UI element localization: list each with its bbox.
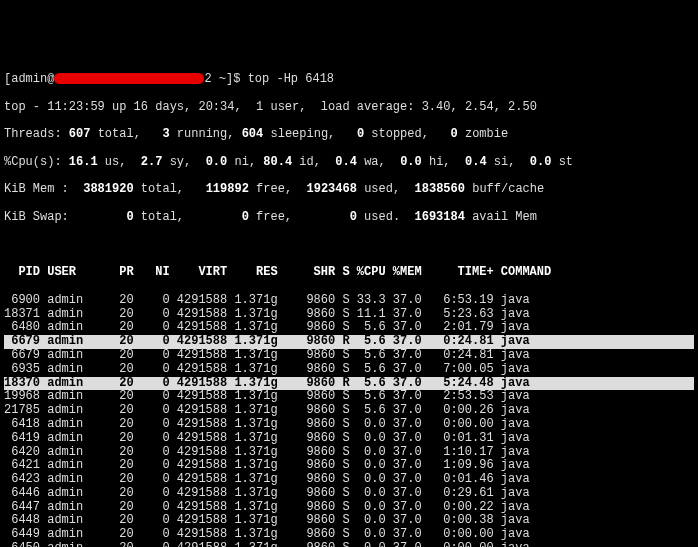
- cell-pr: 20: [90, 321, 133, 335]
- cell-pid: 6423: [4, 473, 40, 487]
- cell-cmd: java: [494, 473, 530, 487]
- process-row: 6900admin20042915881.371g9860S33.337.06:…: [4, 294, 694, 308]
- cell-pr: 20: [90, 487, 133, 501]
- cell-pid: 6446: [4, 487, 40, 501]
- cell-cmd: java: [494, 528, 530, 542]
- cell-s: R: [335, 335, 349, 349]
- cell-pid: 6447: [4, 501, 40, 515]
- cell-cmd: java: [494, 418, 530, 432]
- cell-pid: 6420: [4, 446, 40, 460]
- cell-virt: 4291588: [170, 349, 228, 363]
- cell-time: 0:00.00: [422, 418, 494, 432]
- cell-s: S: [335, 363, 349, 377]
- cell-cpu: 33.3: [350, 294, 386, 308]
- process-row: 6679admin20042915881.371g9860R5.637.00:2…: [4, 335, 694, 349]
- cell-shr: 9860: [278, 487, 336, 501]
- cell-mem: 37.0: [386, 363, 422, 377]
- cell-ni: 0: [134, 363, 170, 377]
- cell-res: 1.371g: [227, 501, 277, 515]
- cell-virt: 4291588: [170, 404, 228, 418]
- cell-ni: 0: [134, 487, 170, 501]
- cell-time: 0:01.46: [422, 473, 494, 487]
- cell-time: 2:01.79: [422, 321, 494, 335]
- cell-user: admin: [40, 514, 90, 528]
- cell-mem: 37.0: [386, 335, 422, 349]
- cell-virt: 4291588: [170, 390, 228, 404]
- cell-shr: 9860: [278, 418, 336, 432]
- cell-cmd: java: [494, 446, 530, 460]
- cell-user: admin: [40, 459, 90, 473]
- cell-mem: 37.0: [386, 349, 422, 363]
- cell-res: 1.371g: [227, 404, 277, 418]
- cell-cpu: 0.0: [350, 432, 386, 446]
- cell-shr: 9860: [278, 446, 336, 460]
- cell-cmd: java: [494, 390, 530, 404]
- cell-virt: 4291588: [170, 418, 228, 432]
- cell-ni: 0: [134, 446, 170, 460]
- cell-res: 1.371g: [227, 487, 277, 501]
- cell-ni: 0: [134, 308, 170, 322]
- cell-cmd: java: [494, 308, 530, 322]
- cell-shr: 9860: [278, 432, 336, 446]
- cell-s: S: [335, 418, 349, 432]
- cell-user: admin: [40, 446, 90, 460]
- cell-pid: 6448: [4, 514, 40, 528]
- cell-time: 1:09.96: [422, 459, 494, 473]
- cell-time: 1:10.17: [422, 446, 494, 460]
- cell-cpu: 5.6: [350, 390, 386, 404]
- cell-mem: 37.0: [386, 390, 422, 404]
- cell-time: 0:00.26: [422, 404, 494, 418]
- cell-ni: 0: [134, 321, 170, 335]
- cell-time: 0:00.00: [422, 542, 494, 547]
- cell-mem: 37.0: [386, 501, 422, 515]
- cell-virt: 4291588: [170, 528, 228, 542]
- cell-pid: 18371: [4, 308, 40, 322]
- process-row: 6449admin20042915881.371g9860S0.037.00:0…: [4, 528, 694, 542]
- cell-shr: 9860: [278, 363, 336, 377]
- cell-shr: 9860: [278, 377, 336, 391]
- cell-pr: 20: [90, 542, 133, 547]
- cell-ni: 0: [134, 349, 170, 363]
- cell-virt: 4291588: [170, 308, 228, 322]
- cell-cmd: java: [494, 335, 530, 349]
- cell-res: 1.371g: [227, 363, 277, 377]
- cell-ni: 0: [134, 514, 170, 528]
- cell-user: admin: [40, 294, 90, 308]
- cell-mem: 37.0: [386, 514, 422, 528]
- cell-ni: 0: [134, 542, 170, 547]
- cell-time: 7:00.05: [422, 363, 494, 377]
- cell-pid: 6900: [4, 294, 40, 308]
- cell-res: 1.371g: [227, 335, 277, 349]
- cell-virt: 4291588: [170, 446, 228, 460]
- cell-shr: 9860: [278, 514, 336, 528]
- cell-res: 1.371g: [227, 473, 277, 487]
- cell-shr: 9860: [278, 308, 336, 322]
- cell-shr: 9860: [278, 390, 336, 404]
- cell-cmd: java: [494, 404, 530, 418]
- cell-pid: 6449: [4, 528, 40, 542]
- cell-user: admin: [40, 349, 90, 363]
- cell-pr: 20: [90, 335, 133, 349]
- cell-mem: 37.0: [386, 308, 422, 322]
- cell-pr: 20: [90, 528, 133, 542]
- cell-mem: 37.0: [386, 473, 422, 487]
- cell-pr: 20: [90, 363, 133, 377]
- cell-res: 1.371g: [227, 377, 277, 391]
- cell-user: admin: [40, 335, 90, 349]
- cell-s: S: [335, 321, 349, 335]
- process-row: 6423admin20042915881.371g9860S0.037.00:0…: [4, 473, 694, 487]
- cell-pr: 20: [90, 501, 133, 515]
- cell-cmd: java: [494, 349, 530, 363]
- cell-s: S: [335, 487, 349, 501]
- cell-pr: 20: [90, 473, 133, 487]
- cell-user: admin: [40, 404, 90, 418]
- cell-user: admin: [40, 308, 90, 322]
- cell-virt: 4291588: [170, 377, 228, 391]
- cell-shr: 9860: [278, 501, 336, 515]
- cell-shr: 9860: [278, 528, 336, 542]
- cell-user: admin: [40, 432, 90, 446]
- cell-cpu: 0.0: [350, 459, 386, 473]
- cell-mem: 37.0: [386, 294, 422, 308]
- terminal-output[interactable]: [admin@2 ~]$ top -Hp 6418 top - 11:23:59…: [4, 59, 694, 547]
- top-summary-threads: Threads: 607 total, 3 running, 604 sleep…: [4, 128, 694, 142]
